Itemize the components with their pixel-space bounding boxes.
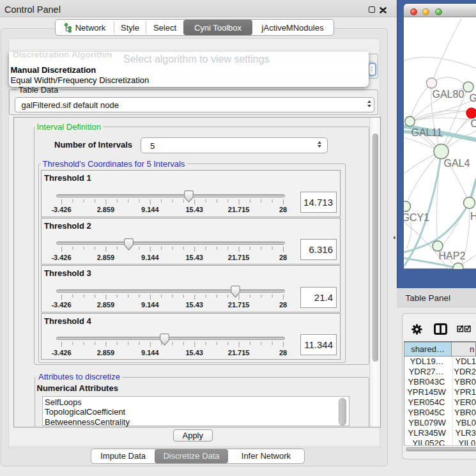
- svg-text:C: C: [470, 118, 476, 129]
- svg-text:GAL4: GAL4: [443, 158, 470, 169]
- svg-text:HAP2: HAP2: [438, 250, 465, 261]
- svg-text:H: H: [470, 210, 476, 221]
- svg-text:GAL11: GAL11: [411, 127, 442, 137]
- svg-text:G.: G.: [469, 92, 476, 103]
- svg-text:GCY1: GCY1: [404, 211, 429, 222]
- svg-text:GAL80: GAL80: [432, 88, 464, 99]
